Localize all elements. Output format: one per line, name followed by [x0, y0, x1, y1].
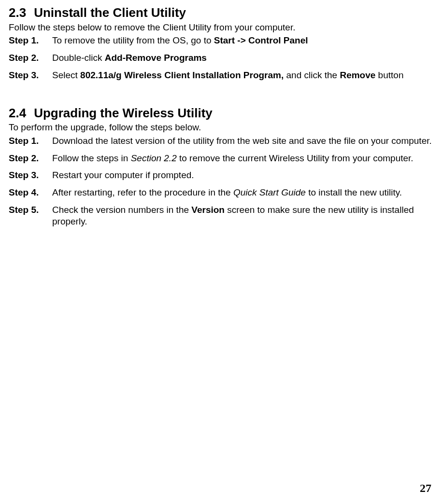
- step-body: Select 802.11a/g Wireless Client Install…: [52, 70, 433, 81]
- step-label: Step 4.: [9, 187, 52, 198]
- step-item: Step 2. Double-click Add-Remove Programs: [9, 52, 433, 64]
- step-text: Follow the steps in: [52, 153, 131, 163]
- step-item: Step 3. Select 802.11a/g Wireless Client…: [9, 70, 433, 81]
- step-text: To remove the utility from the OS, go to: [52, 35, 214, 45]
- step-label: Step 1.: [9, 135, 52, 147]
- heading-2-3: 2.3Uninstall the Client Utility: [9, 5, 433, 21]
- step-body: After restarting, refer to the procedure…: [52, 187, 433, 198]
- step-text: Check the version numbers in the: [52, 205, 191, 215]
- step-body: Double-click Add-Remove Programs: [52, 52, 433, 64]
- step-italic: Quick Start Guide: [233, 187, 306, 197]
- step-text: and click the: [284, 70, 340, 80]
- step-body: Follow the steps in Section 2.2 to remov…: [52, 153, 433, 164]
- step-text: Double-click: [52, 53, 105, 63]
- section-intro: To perform the upgrade, follow the steps…: [9, 122, 433, 133]
- step-text: Select: [52, 70, 80, 80]
- step-bold: Start -> Control Panel: [214, 35, 308, 45]
- step-item: Step 1. To remove the utility from the O…: [9, 35, 433, 46]
- step-text: to remove the current Wireless Utility f…: [177, 153, 413, 163]
- step-list-2-3: Step 1. To remove the utility from the O…: [9, 35, 433, 81]
- step-item: Step 2. Follow the steps in Section 2.2 …: [9, 153, 433, 164]
- step-text: button: [375, 70, 403, 80]
- step-body: Restart your computer if prompted.: [52, 169, 433, 181]
- heading-number: 2.3: [9, 5, 26, 21]
- step-body: To remove the utility from the OS, go to…: [52, 35, 433, 46]
- step-body: Download the latest version of the utili…: [52, 135, 433, 147]
- step-body: Check the version numbers in the Version…: [52, 204, 433, 227]
- step-item: Step 3. Restart your computer if prompte…: [9, 169, 433, 181]
- step-italic: Section 2.2: [131, 153, 177, 163]
- heading-2-4: 2.4Upgrading the Wireless Utility: [9, 105, 433, 121]
- step-bold: Remove: [340, 70, 375, 80]
- step-text: After restarting, refer to the procedure…: [52, 187, 233, 197]
- step-bold: 802.11a/g Wireless Client Installation P…: [80, 70, 284, 80]
- step-label: Step 2.: [9, 153, 52, 164]
- heading-number: 2.4: [9, 105, 26, 121]
- step-label: Step 5.: [9, 204, 52, 216]
- step-list-2-4: Step 1. Download the latest version of t…: [9, 135, 433, 227]
- step-item: Step 4. After restarting, refer to the p…: [9, 187, 433, 198]
- step-item: Step 1. Download the latest version of t…: [9, 135, 433, 147]
- step-text: to install the new utility.: [306, 187, 402, 197]
- section-intro: Follow the steps below to remove the Cli…: [9, 22, 433, 33]
- step-bold: Version: [191, 205, 225, 215]
- step-label: Step 1.: [9, 35, 52, 46]
- step-label: Step 3.: [9, 70, 52, 81]
- step-label: Step 2.: [9, 52, 52, 64]
- step-item: Step 5. Check the version numbers in the…: [9, 204, 433, 227]
- step-label: Step 3.: [9, 169, 52, 181]
- heading-title: Uninstall the Client Utility: [34, 5, 186, 20]
- step-bold: Add-Remove Programs: [105, 53, 207, 63]
- heading-title: Upgrading the Wireless Utility: [34, 106, 213, 120]
